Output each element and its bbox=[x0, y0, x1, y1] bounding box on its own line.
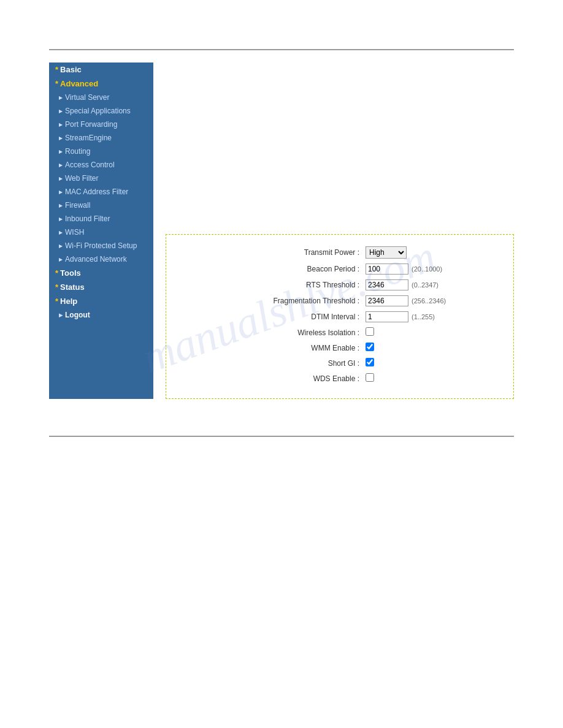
star-icon: * bbox=[55, 65, 58, 74]
sidebar-item-routing[interactable]: Routing bbox=[49, 145, 153, 158]
setting-row-wireless-isolation: Wireless Isolation : bbox=[178, 325, 501, 340]
setting-row-wmm-enable: WMM Enable : bbox=[178, 340, 501, 355]
right-content: Transmit Power :HighMediumLowBeacon Peri… bbox=[166, 63, 514, 399]
sidebar-item-wifi-protected-setup[interactable]: Wi-Fi Protected Setup bbox=[49, 239, 153, 252]
select-transmit-power[interactable]: HighMediumLow bbox=[366, 246, 407, 259]
sidebar-item-tools[interactable]: *Tools bbox=[49, 266, 153, 280]
checkbox-wmm-enable[interactable] bbox=[366, 343, 374, 351]
setting-value-wireless-isolation[interactable] bbox=[362, 325, 501, 340]
setting-row-wds-enable: WDS Enable : bbox=[178, 371, 501, 386]
setting-value-dtim-interval[interactable]: (1..255) bbox=[362, 309, 501, 325]
setting-value-fragmentation-threshold[interactable]: (256..2346) bbox=[362, 293, 501, 309]
setting-row-transmit-power: Transmit Power :HighMediumLow bbox=[178, 244, 501, 261]
sidebar-item-basic[interactable]: *Basic bbox=[49, 63, 153, 77]
checkbox-short-gi[interactable] bbox=[366, 358, 374, 366]
sidebar-item-logout[interactable]: Logout bbox=[49, 308, 153, 322]
settings-box: Transmit Power :HighMediumLowBeacon Peri… bbox=[166, 234, 514, 399]
hint-dtim-interval: (1..255) bbox=[412, 313, 435, 320]
input-beacon-period[interactable] bbox=[366, 264, 408, 275]
sidebar: *Basic*AdvancedVirtual ServerSpecial App… bbox=[49, 63, 153, 399]
sidebar-item-status[interactable]: *Status bbox=[49, 280, 153, 294]
sidebar-item-stream-engine[interactable]: StreamEngine bbox=[49, 131, 153, 145]
setting-value-transmit-power[interactable]: HighMediumLow bbox=[362, 244, 501, 261]
setting-label-transmit-power: Transmit Power : bbox=[178, 244, 362, 261]
setting-row-beacon-period: Beacon Period :(20..1000) bbox=[178, 261, 501, 277]
setting-value-beacon-period[interactable]: (20..1000) bbox=[362, 261, 501, 277]
setting-value-wds-enable[interactable] bbox=[362, 371, 501, 386]
star-icon: * bbox=[55, 79, 58, 88]
setting-label-short-gi: Short GI : bbox=[178, 355, 362, 371]
setting-row-short-gi: Short GI : bbox=[178, 355, 501, 371]
hint-beacon-period: (20..1000) bbox=[412, 265, 442, 273]
input-dtim-interval[interactable] bbox=[366, 311, 408, 322]
checkbox-wds-enable[interactable] bbox=[366, 373, 374, 382]
setting-value-short-gi[interactable] bbox=[362, 355, 501, 371]
setting-row-rts-threshold: RTS Threshold :(0..2347) bbox=[178, 277, 501, 293]
hint-fragmentation-threshold: (256..2346) bbox=[412, 297, 446, 305]
setting-label-wireless-isolation: Wireless Isolation : bbox=[178, 325, 362, 340]
sidebar-item-help[interactable]: *Help bbox=[49, 294, 153, 308]
sidebar-item-port-forwarding[interactable]: Port Forwarding bbox=[49, 118, 153, 131]
sidebar-item-inbound-filter[interactable]: Inbound Filter bbox=[49, 212, 153, 226]
setting-label-wmm-enable: WMM Enable : bbox=[178, 340, 362, 355]
star-icon: * bbox=[55, 282, 58, 292]
setting-value-rts-threshold[interactable]: (0..2347) bbox=[362, 277, 501, 293]
sidebar-item-virtual-server[interactable]: Virtual Server bbox=[49, 91, 153, 104]
setting-value-wmm-enable[interactable] bbox=[362, 340, 501, 355]
setting-label-wds-enable: WDS Enable : bbox=[178, 371, 362, 386]
input-rts-threshold[interactable] bbox=[366, 279, 408, 290]
sidebar-item-mac-address-filter[interactable]: MAC Address Filter bbox=[49, 185, 153, 199]
hint-rts-threshold: (0..2347) bbox=[412, 281, 439, 289]
input-fragmentation-threshold[interactable] bbox=[366, 295, 408, 306]
setting-label-rts-threshold: RTS Threshold : bbox=[178, 277, 362, 293]
sidebar-item-wish[interactable]: WISH bbox=[49, 226, 153, 239]
bottom-border bbox=[49, 436, 514, 437]
checkbox-wireless-isolation[interactable] bbox=[366, 327, 374, 336]
sidebar-item-advanced[interactable]: *Advanced bbox=[49, 77, 153, 91]
setting-row-dtim-interval: DTIM Interval :(1..255) bbox=[178, 309, 501, 325]
star-icon: * bbox=[55, 297, 58, 306]
star-icon: * bbox=[55, 268, 58, 278]
sidebar-item-web-filter[interactable]: Web Filter bbox=[49, 172, 153, 185]
setting-label-fragmentation-threshold: Fragmentation Threshold : bbox=[178, 293, 362, 309]
sidebar-item-special-applications[interactable]: Special Applications bbox=[49, 104, 153, 118]
sidebar-item-firewall[interactable]: Firewall bbox=[49, 199, 153, 212]
setting-label-beacon-period: Beacon Period : bbox=[178, 261, 362, 277]
settings-table: Transmit Power :HighMediumLowBeacon Peri… bbox=[178, 244, 501, 386]
sidebar-item-access-control[interactable]: Access Control bbox=[49, 158, 153, 172]
setting-label-dtim-interval: DTIM Interval : bbox=[178, 309, 362, 325]
setting-row-fragmentation-threshold: Fragmentation Threshold :(256..2346) bbox=[178, 293, 501, 309]
sidebar-item-advanced-network[interactable]: Advanced Network bbox=[49, 252, 153, 266]
